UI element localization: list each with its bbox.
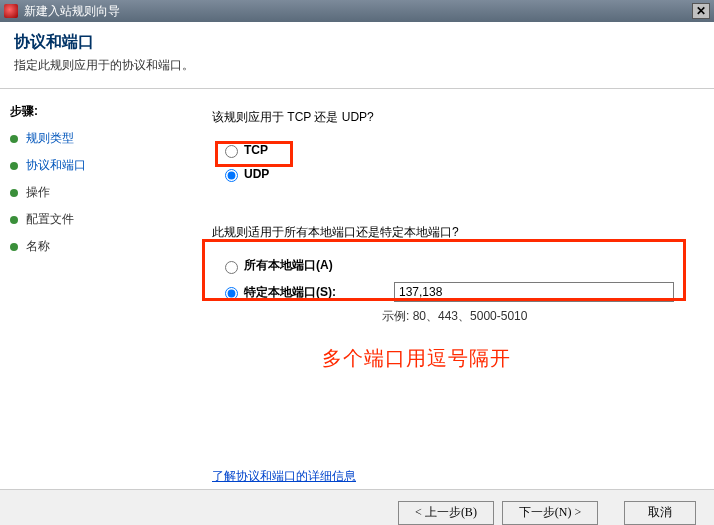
step-label: 名称 [26, 238, 50, 255]
radio-tcp-label: TCP [244, 143, 268, 157]
bullet-icon [10, 216, 18, 224]
footer: < 上一步(B) 下一步(N) > 取消 [0, 489, 714, 525]
step-label: 规则类型 [26, 130, 74, 147]
port-example: 示例: 80、443、5000-5010 [382, 308, 684, 325]
back-button[interactable]: < 上一步(B) [398, 501, 494, 525]
cancel-button[interactable]: 取消 [624, 501, 696, 525]
annotation-text: 多个端口用逗号隔开 [322, 345, 684, 372]
radio-udp-label: UDP [244, 167, 269, 181]
port-question: 此规则适用于所有本地端口还是特定本地端口? [212, 224, 684, 241]
radio-all-ports-label: 所有本地端口(A) [244, 257, 333, 274]
port-radio-group: 所有本地端口(A) 特定本地端口(S): 示例: 80、443、5000-501… [216, 255, 684, 325]
port-input[interactable] [394, 282, 674, 302]
radio-udp-input[interactable] [225, 169, 238, 182]
learn-more-link[interactable]: 了解协议和端口的详细信息 [212, 468, 356, 485]
radio-all-ports[interactable]: 所有本地端口(A) [216, 255, 684, 276]
sidebar: 步骤: 规则类型 协议和端口 操作 配置文件 名称 [0, 89, 182, 489]
step-name[interactable]: 名称 [10, 238, 172, 255]
bullet-icon [10, 135, 18, 143]
radio-specific-ports-input[interactable] [225, 287, 238, 300]
step-protocol-port[interactable]: 协议和端口 [10, 157, 172, 174]
step-label: 操作 [26, 184, 50, 201]
radio-udp[interactable]: UDP [216, 164, 684, 184]
specific-ports-label: 特定本地端口(S): [244, 284, 394, 301]
header: 协议和端口 指定此规则应用于的协议和端口。 [0, 22, 714, 89]
radio-all-ports-input[interactable] [225, 261, 238, 274]
step-profile[interactable]: 配置文件 [10, 211, 172, 228]
titlebar: 新建入站规则向导 ✕ [0, 0, 714, 22]
protocol-question: 该规则应用于 TCP 还是 UDP? [212, 109, 684, 126]
step-action[interactable]: 操作 [10, 184, 172, 201]
protocol-radio-group: TCP UDP [216, 140, 684, 184]
page-subtitle: 指定此规则应用于的协议和端口。 [14, 57, 700, 74]
bullet-icon [10, 162, 18, 170]
radio-specific-ports[interactable]: 特定本地端口(S): [216, 280, 684, 304]
bullet-icon [10, 189, 18, 197]
content-panel: 该规则应用于 TCP 还是 UDP? TCP UDP 此规则适用于所有本地端口还… [182, 89, 714, 489]
page-title: 协议和端口 [14, 32, 700, 53]
bullet-icon [10, 243, 18, 251]
step-rule-type[interactable]: 规则类型 [10, 130, 172, 147]
app-icon [4, 4, 18, 18]
close-button[interactable]: ✕ [692, 3, 710, 19]
window-title: 新建入站规则向导 [24, 3, 120, 20]
radio-tcp[interactable]: TCP [216, 140, 684, 160]
radio-tcp-input[interactable] [225, 145, 238, 158]
step-label: 配置文件 [26, 211, 74, 228]
steps-label: 步骤: [10, 103, 172, 120]
step-label: 协议和端口 [26, 157, 86, 174]
next-button[interactable]: 下一步(N) > [502, 501, 598, 525]
